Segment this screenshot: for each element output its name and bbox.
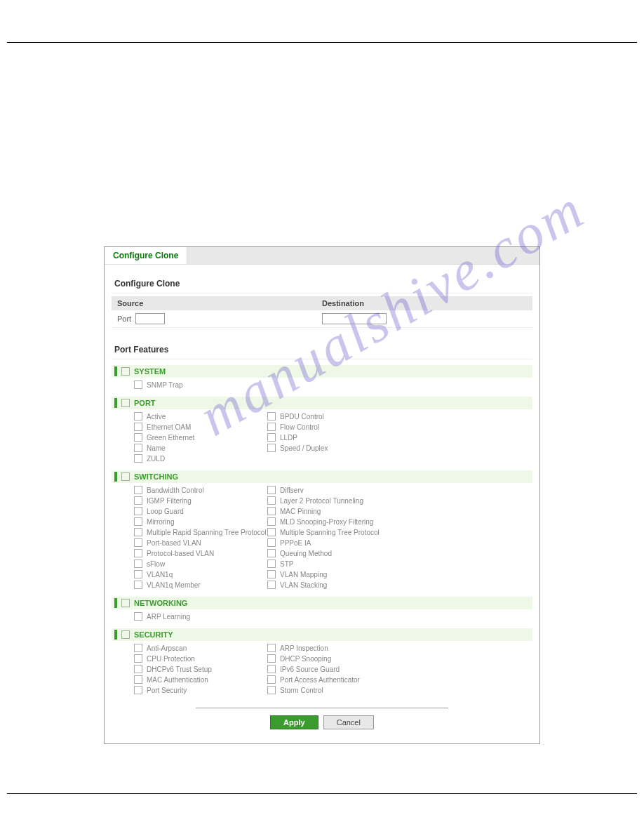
feature-checkbox[interactable] (267, 486, 276, 494)
feature-checkbox[interactable] (267, 507, 276, 515)
feature-item: Storm Control (267, 686, 401, 694)
page-bottom-rule (7, 793, 637, 794)
feature-checkbox[interactable] (134, 380, 142, 389)
category-checkbox[interactable] (121, 599, 130, 607)
feature-label: MAC Pinning (280, 508, 321, 515)
feature-label: Protocol-based VLAN (147, 550, 214, 557)
feature-label: Green Ethernet (147, 434, 194, 442)
feature-item: LLDP (267, 433, 401, 442)
feature-checkbox[interactable] (134, 665, 142, 673)
feature-item: Multiple Rapid Spanning Tree Protocol (134, 528, 267, 536)
apply-button[interactable]: Apply (270, 715, 318, 729)
feature-item: Flow Control (267, 423, 401, 431)
feature-label: BPDU Control (280, 413, 324, 421)
feature-checkbox[interactable] (134, 528, 142, 536)
feature-checkbox[interactable] (134, 675, 142, 684)
category-items: ARP Learning (112, 609, 532, 623)
feature-checkbox[interactable] (267, 570, 276, 578)
feature-label: Port-based VLAN (147, 539, 201, 547)
category-label: SECURITY (134, 630, 173, 639)
feature-checkbox[interactable] (134, 496, 142, 505)
category-checkbox[interactable] (121, 630, 130, 639)
feature-checkbox[interactable] (267, 654, 276, 663)
feature-label: Mirroring (147, 518, 174, 526)
feature-checkbox[interactable] (134, 560, 142, 568)
feature-checkbox[interactable] (267, 675, 276, 684)
feature-checkbox[interactable] (134, 486, 142, 494)
feature-checkbox[interactable] (134, 612, 142, 621)
feature-label: SNMP Trap (147, 381, 183, 389)
category-accent-bar (114, 598, 117, 608)
feature-label: VLAN1q Member (147, 581, 201, 589)
feature-checkbox[interactable] (267, 644, 276, 652)
feature-item: Loop Guard (134, 507, 267, 515)
feature-checkbox[interactable] (267, 496, 276, 505)
feature-checkbox[interactable] (267, 686, 276, 694)
port-label: Port (117, 315, 131, 323)
feature-label: Name (147, 444, 166, 452)
feature-item: Speed / Duplex (267, 444, 401, 452)
feature-label: CPU Protection (147, 655, 195, 663)
feature-checkbox[interactable] (134, 507, 142, 515)
feature-checkbox[interactable] (134, 454, 142, 463)
feature-item: ZULD (134, 454, 267, 463)
feature-item: SNMP Trap (134, 380, 267, 389)
feature-label: STP (280, 560, 293, 568)
feature-checkbox[interactable] (267, 412, 276, 421)
feature-checkbox[interactable] (134, 433, 142, 442)
feature-checkbox[interactable] (267, 665, 276, 673)
feature-label: Diffserv (280, 486, 304, 494)
feature-checkbox[interactable] (134, 654, 142, 663)
feature-label: IPv6 Source Guard (280, 666, 340, 673)
feature-item: VLAN Mapping (267, 570, 401, 578)
section-title-configure-clone: Configure Clone (112, 274, 532, 293)
feature-item: Mirroring (134, 517, 267, 526)
feature-checkbox[interactable] (134, 423, 142, 431)
feature-checkbox[interactable] (267, 517, 276, 526)
feature-checkbox[interactable] (267, 444, 276, 452)
feature-checkbox[interactable] (267, 538, 276, 547)
feature-checkbox[interactable] (134, 412, 142, 421)
feature-label: Flow Control (280, 423, 319, 431)
feature-checkbox[interactable] (267, 581, 276, 589)
port-row: Port (112, 310, 532, 328)
feature-checkbox[interactable] (134, 581, 142, 589)
feature-checkbox[interactable] (267, 549, 276, 557)
feature-checkbox[interactable] (267, 528, 276, 536)
feature-checkbox[interactable] (267, 423, 276, 431)
feature-checkbox[interactable] (134, 444, 142, 452)
category-checkbox[interactable] (121, 399, 130, 407)
feature-checkbox[interactable] (134, 538, 142, 547)
feature-checkbox[interactable] (134, 570, 142, 578)
footer: Apply Cancel (112, 708, 532, 729)
feature-checkbox[interactable] (134, 686, 142, 694)
category-items: Anti-ArpscanARP InspectionCPU Protection… (112, 641, 532, 696)
category-checkbox[interactable] (121, 472, 130, 481)
source-port-input[interactable] (135, 313, 165, 324)
category-items: Bandwidth ControlDiffservIGMP FilteringL… (112, 483, 532, 591)
category-header: PORT (112, 397, 532, 409)
feature-label: Anti-Arpscan (147, 644, 187, 652)
feature-item: Protocol-based VLAN (134, 549, 267, 557)
feature-label: Loop Guard (147, 508, 184, 515)
feature-label: Port Security (147, 687, 187, 694)
destination-port-input[interactable] (322, 313, 387, 324)
feature-checkbox[interactable] (134, 644, 142, 652)
feature-item: DHCPv6 Trust Setup (134, 665, 267, 673)
feature-checkbox[interactable] (267, 560, 276, 568)
feature-item: DHCP Snooping (267, 654, 401, 663)
feature-label: VLAN Stacking (280, 581, 327, 589)
tab-configure-clone[interactable]: Configure Clone (105, 247, 187, 264)
feature-label: Multiple Rapid Spanning Tree Protocol (147, 529, 267, 536)
feature-checkbox[interactable] (134, 517, 142, 526)
category-checkbox[interactable] (121, 367, 130, 376)
feature-label: VLAN1q (147, 571, 173, 578)
feature-item: CPU Protection (134, 654, 267, 663)
feature-checkbox[interactable] (134, 549, 142, 557)
cancel-button[interactable]: Cancel (323, 715, 374, 729)
feature-item: Bandwidth Control (134, 486, 267, 494)
feature-label: MLD Snooping-Proxy Filtering (280, 518, 373, 526)
source-header: Source (117, 299, 322, 307)
feature-checkbox[interactable] (267, 433, 276, 442)
category-label: SYSTEM (134, 367, 166, 376)
